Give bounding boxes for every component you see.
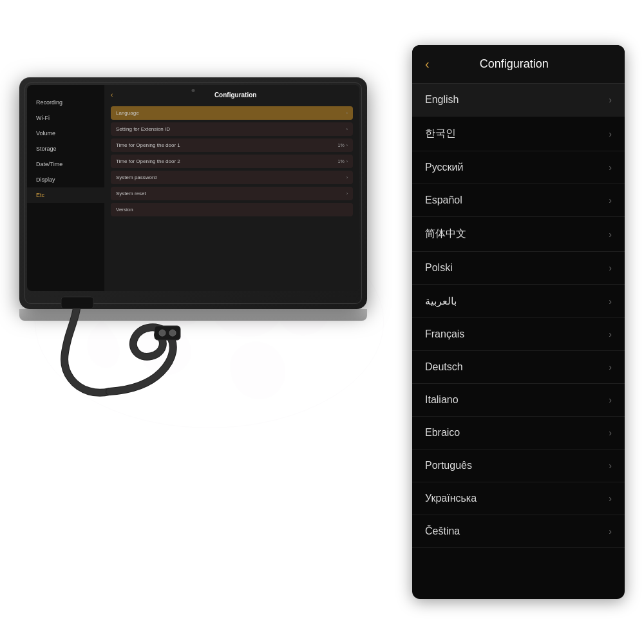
language-arrow: › <box>346 111 348 115</box>
language-text-3: Español <box>425 194 462 206</box>
chevron-icon-10: › <box>609 428 612 438</box>
chevron-icon-3: › <box>609 195 612 205</box>
screen-sidebar: Recording Wi-Fi Volume Storage Date/Time… <box>27 85 104 291</box>
language-item-12[interactable]: Українська› <box>412 482 625 515</box>
language-label: Language <box>116 110 139 116</box>
language-text-6: بالعربية <box>425 295 457 307</box>
language-text-8: Deutsch <box>425 361 463 373</box>
phone-back-icon[interactable]: ‹ <box>425 57 430 71</box>
chevron-icon-2: › <box>609 162 612 173</box>
phone-config-title: Configuration <box>439 57 589 71</box>
door1-label: Time for Opening the door 1 <box>116 142 180 148</box>
language-text-7: Français <box>425 328 464 340</box>
extension-label: Setting for Extension ID <box>116 126 170 132</box>
door1-value: 1% <box>338 143 345 147</box>
reset-arrow: › <box>346 191 348 196</box>
language-item-5[interactable]: Polski› <box>412 252 625 285</box>
screen-header: ‹ Configuration <box>111 91 353 99</box>
chevron-icon-8: › <box>609 362 612 372</box>
phone-panel: ‹ Configuration English›한국인›Русский›Espa… <box>412 45 625 599</box>
chevron-icon-1: › <box>609 129 612 139</box>
cable-container <box>58 295 219 398</box>
door2-value: 1% <box>338 159 345 164</box>
language-text-5: Polski <box>425 262 453 274</box>
screen-menu-language[interactable]: Language › <box>111 106 353 120</box>
language-item-11[interactable]: Português› <box>412 450 625 482</box>
monitor-frame: Recording Wi-Fi Volume Storage Date/Time… <box>19 77 367 309</box>
door2-label: Time for Opening the door 2 <box>116 158 180 164</box>
chevron-icon-4: › <box>609 229 612 240</box>
language-list: English›한국인›Русский›Español›简体中文›Polski›… <box>412 84 625 598</box>
screen-menu-password[interactable]: System password › <box>111 171 353 184</box>
language-text-11: Português <box>425 460 472 471</box>
svg-point-2 <box>159 330 166 336</box>
language-text-1: 한국인 <box>425 127 456 140</box>
chevron-icon-0: › <box>609 95 612 105</box>
password-arrow: › <box>346 175 348 180</box>
version-label: Version <box>116 207 133 213</box>
reset-label: System reset <box>116 191 146 196</box>
language-text-4: 简体中文 <box>425 227 466 241</box>
sidebar-wifi[interactable]: Wi-Fi <box>27 110 104 126</box>
chevron-icon-5: › <box>609 263 612 273</box>
language-item-7[interactable]: Français› <box>412 318 625 351</box>
sidebar-volume[interactable]: Volume <box>27 126 104 141</box>
screen-back-icon[interactable]: ‹ <box>111 91 113 99</box>
chevron-icon-12: › <box>609 493 612 504</box>
language-text-13: Čeština <box>425 526 460 537</box>
svg-rect-4 <box>61 297 93 308</box>
chevron-icon-13: › <box>609 526 612 536</box>
language-item-6[interactable]: بالعربية› <box>412 285 625 318</box>
device-screen: Recording Wi-Fi Volume Storage Date/Time… <box>27 85 359 291</box>
door2-arrow: › <box>346 159 348 164</box>
device-container: Recording Wi-Fi Volume Storage Date/Time… <box>19 77 380 321</box>
language-item-4[interactable]: 简体中文› <box>412 217 625 252</box>
screen-menu-door2[interactable]: Time for Opening the door 2 1% › <box>111 155 353 168</box>
sidebar-datetime[interactable]: Date/Time <box>27 156 104 172</box>
sidebar-etc[interactable]: Etc <box>27 187 104 203</box>
language-item-1[interactable]: 한국인› <box>412 117 625 151</box>
sidebar-display[interactable]: Display <box>27 172 104 187</box>
door1-arrow: › <box>346 143 348 147</box>
language-item-2[interactable]: Русский› <box>412 151 625 184</box>
chevron-icon-6: › <box>609 296 612 307</box>
language-item-3[interactable]: Español› <box>412 184 625 217</box>
extension-arrow: › <box>346 127 348 131</box>
chevron-icon-11: › <box>609 460 612 471</box>
sidebar-storage[interactable]: Storage <box>27 141 104 156</box>
screen-menu-version[interactable]: Version <box>111 203 353 216</box>
language-text-12: Українська <box>425 493 477 504</box>
language-item-8[interactable]: Deutsch› <box>412 351 625 384</box>
language-item-9[interactable]: Italiano› <box>412 384 625 417</box>
language-text-2: Русский <box>425 162 463 173</box>
language-item-0[interactable]: English› <box>412 84 625 117</box>
svg-point-3 <box>169 330 176 336</box>
language-text-0: English <box>425 94 459 106</box>
screen-config-title: Configuration <box>118 91 353 99</box>
screen-main: ‹ Configuration Language › Setting for E… <box>104 85 359 291</box>
screen-menu-reset[interactable]: System reset › <box>111 187 353 200</box>
chevron-icon-9: › <box>609 395 612 405</box>
sidebar-recording[interactable]: Recording <box>27 95 104 110</box>
screen-menu-extension[interactable]: Setting for Extension ID › <box>111 122 353 136</box>
phone-header: ‹ Configuration <box>412 45 625 84</box>
language-text-10: Ebraico <box>425 427 460 439</box>
camera-dot <box>192 89 195 92</box>
password-label: System password <box>116 175 156 180</box>
language-item-13[interactable]: Čeština› <box>412 515 625 548</box>
language-text-9: Italiano <box>425 394 459 406</box>
svg-rect-1 <box>155 326 180 340</box>
screen-menu-door1[interactable]: Time for Opening the door 1 1% › <box>111 138 353 152</box>
language-item-10[interactable]: Ebraico› <box>412 417 625 450</box>
chevron-icon-7: › <box>609 329 612 339</box>
